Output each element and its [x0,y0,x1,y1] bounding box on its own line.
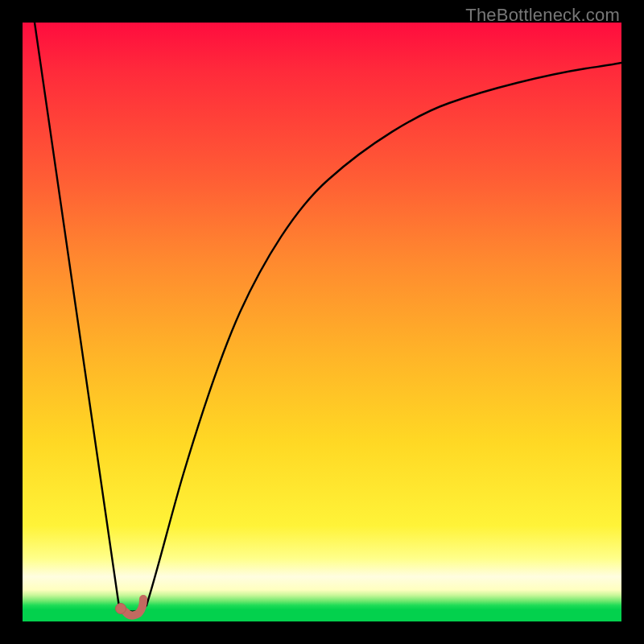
plot-area [23,23,621,621]
curve-layer [23,23,621,621]
curve-left-descent [35,23,119,607]
curve-right-ascent [147,63,621,605]
valley-hook-marker [126,599,143,616]
chart-frame: TheBottleneck.com [0,0,644,644]
valley-left-dot-marker [116,604,126,614]
